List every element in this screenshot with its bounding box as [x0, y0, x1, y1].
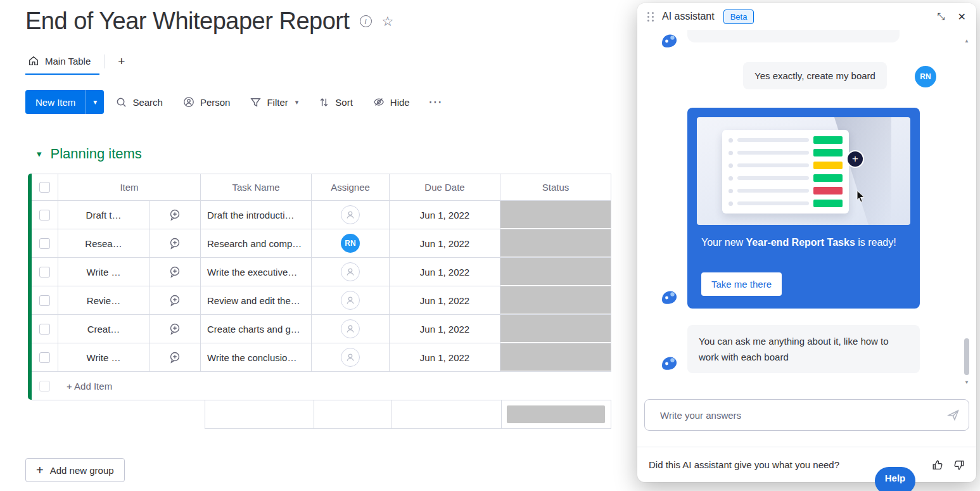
filter-caret-icon[interactable]: ▾ — [295, 98, 299, 106]
assignee-cell[interactable] — [312, 286, 390, 315]
sort-button[interactable]: Sort — [310, 90, 361, 114]
item-cell[interactable]: Draft t… — [58, 201, 150, 229]
status-summary-bar[interactable] — [507, 405, 605, 423]
row-checkbox[interactable] — [39, 210, 50, 220]
item-cell[interactable]: Revie… — [58, 286, 150, 315]
status-color-block[interactable] — [500, 258, 611, 286]
row-checkbox[interactable] — [39, 295, 50, 306]
status-cell[interactable] — [500, 201, 611, 229]
status-cell[interactable] — [500, 286, 611, 315]
assignee-cell[interactable] — [312, 315, 390, 343]
add-tab-button[interactable]: + — [110, 52, 132, 71]
open-item-cell[interactable] — [150, 315, 201, 343]
status-cell[interactable] — [500, 258, 611, 286]
status-color-block[interactable] — [500, 315, 611, 343]
empty-avatar-icon[interactable] — [341, 262, 360, 281]
empty-avatar-icon[interactable] — [341, 319, 360, 338]
task-cell[interactable]: Research and comp… — [201, 229, 312, 258]
new-item-button[interactable]: New Item ▾ — [25, 90, 104, 114]
add-item-button[interactable]: + Add Item — [58, 381, 112, 392]
item-cell[interactable]: Resea… — [58, 229, 150, 258]
column-header-status[interactable]: Status — [500, 174, 611, 201]
open-item-cell[interactable] — [150, 286, 201, 315]
row-checkbox[interactable] — [39, 267, 50, 277]
add-item-checkbox — [39, 381, 50, 392]
summary-assignee-cell — [314, 400, 391, 429]
thumbs-up-icon[interactable] — [932, 459, 943, 471]
open-item-cell[interactable] — [150, 201, 201, 229]
favorite-star-icon[interactable]: ☆ — [382, 15, 394, 28]
close-icon[interactable]: ✕ — [958, 11, 966, 23]
send-button[interactable] — [947, 409, 960, 421]
open-item-cell[interactable] — [150, 258, 201, 286]
feedback-question: Did this AI assistant give you what you … — [649, 459, 839, 470]
status-cell[interactable] — [500, 343, 611, 372]
item-cell[interactable]: Write … — [58, 258, 150, 286]
column-header-assignee[interactable]: Assignee — [312, 174, 390, 201]
eye-hide-icon — [373, 96, 385, 108]
filter-button[interactable]: Filter ▾ — [242, 90, 307, 114]
search-button[interactable]: Search — [108, 90, 171, 114]
more-options-button[interactable]: ⋯ — [422, 94, 449, 110]
scrollbar-thumb[interactable] — [964, 338, 969, 375]
scroll-up-icon[interactable]: ▲ — [963, 38, 970, 44]
open-item-icon — [169, 322, 181, 335]
row-checkbox[interactable] — [39, 238, 50, 249]
person-filter-button[interactable]: Person — [175, 90, 239, 114]
column-header-due[interactable]: Due Date — [390, 174, 500, 201]
tab-main-table[interactable]: Main Table — [25, 48, 99, 75]
summary-status-cell[interactable] — [502, 400, 611, 429]
due-date-cell[interactable]: Jun 1, 2022 — [390, 343, 500, 372]
open-item-cell[interactable] — [150, 229, 201, 258]
assignee-cell[interactable]: RN — [312, 229, 390, 258]
row-checkbox[interactable] — [39, 352, 50, 363]
task-cell[interactable]: Write the conclusio… — [201, 343, 312, 372]
status-color-block[interactable] — [500, 229, 611, 257]
add-new-group-button[interactable]: + Add new group — [25, 458, 125, 482]
hide-button[interactable]: Hide — [365, 90, 418, 114]
column-header-task[interactable]: Task Name — [201, 174, 312, 201]
assignee-cell[interactable] — [312, 201, 390, 229]
group-collapse-icon[interactable]: ▾ — [37, 148, 42, 160]
task-cell[interactable]: Create charts and g… — [201, 315, 312, 343]
collapse-icon[interactable]: ⤡ — [938, 11, 945, 22]
status-color-block[interactable] — [500, 201, 611, 229]
new-item-caret[interactable]: ▾ — [86, 90, 104, 114]
task-cell[interactable]: Write the executive… — [201, 258, 312, 286]
due-date-cell[interactable]: Jun 1, 2022 — [390, 258, 500, 286]
due-date-cell[interactable]: Jun 1, 2022 — [390, 315, 500, 343]
item-cell[interactable]: Creat… — [58, 315, 150, 343]
select-all-checkbox[interactable] — [39, 182, 50, 193]
info-icon[interactable]: i — [360, 15, 372, 27]
drag-handle-icon[interactable] — [647, 12, 654, 22]
column-header-item[interactable]: Item — [58, 174, 201, 201]
status-color-block[interactable] — [500, 343, 611, 371]
group-header: ▾ Planning items — [37, 146, 142, 162]
status-cell[interactable] — [500, 315, 611, 343]
status-color-block[interactable] — [500, 286, 611, 314]
task-cell[interactable]: Draft the introducti… — [201, 201, 312, 229]
chat-input[interactable] — [660, 410, 947, 421]
scroll-down-icon[interactable]: ▼ — [963, 379, 970, 385]
empty-avatar-icon[interactable] — [341, 348, 360, 367]
due-date-cell[interactable]: Jun 1, 2022 — [390, 229, 500, 258]
assistant-avatar — [659, 30, 679, 50]
thumbs-down-icon[interactable] — [953, 459, 965, 471]
take-me-there-button[interactable]: Take me there — [701, 272, 782, 296]
open-item-cell[interactable] — [150, 343, 201, 372]
group-title[interactable]: Planning items — [51, 146, 142, 162]
empty-avatar-icon[interactable] — [341, 291, 360, 310]
assignee-avatar[interactable]: RN — [341, 234, 360, 253]
item-cell[interactable]: Write … — [58, 343, 150, 372]
help-button[interactable]: Help — [875, 467, 915, 491]
new-item-label[interactable]: New Item — [25, 90, 86, 114]
row-checkbox[interactable] — [39, 324, 50, 335]
assistant-title: AI assistant — [662, 11, 715, 22]
due-date-cell[interactable]: Jun 1, 2022 — [390, 286, 500, 315]
due-date-cell[interactable]: Jun 1, 2022 — [390, 201, 500, 229]
status-cell[interactable] — [500, 229, 611, 258]
empty-avatar-icon[interactable] — [341, 205, 360, 224]
assignee-cell[interactable] — [312, 258, 390, 286]
assignee-cell[interactable] — [312, 343, 390, 372]
task-cell[interactable]: Review and edit the… — [201, 286, 312, 315]
